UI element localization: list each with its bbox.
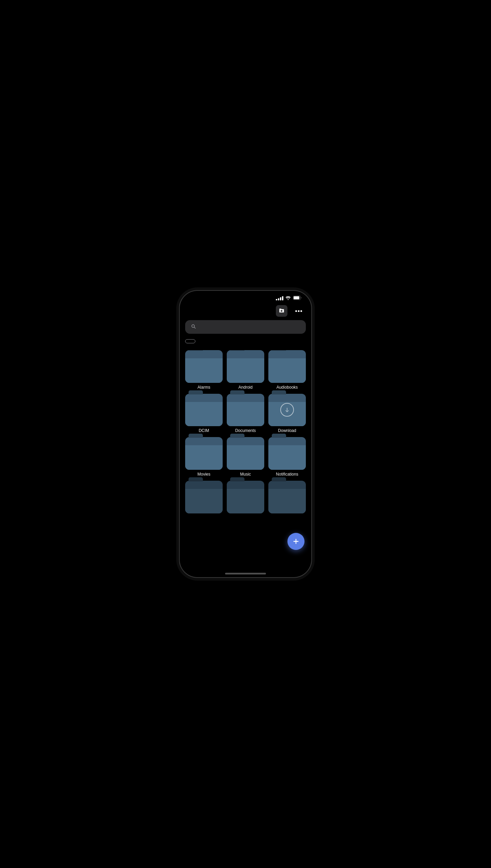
folder-name-label: DCIM: [199, 428, 209, 433]
folder-icon: [185, 394, 223, 426]
search-icon: [191, 324, 196, 330]
status-icons: [276, 296, 302, 301]
svg-point-2: [295, 310, 297, 312]
folder-music[interactable]: Music: [227, 437, 264, 477]
folder-name-label: Download: [278, 428, 296, 433]
folder-icon: [185, 350, 223, 383]
folder-name-label: Android: [238, 385, 252, 390]
folder-alarms[interactable]: Alarms: [185, 350, 223, 390]
volume-silent-button[interactable]: [179, 339, 180, 351]
folder-notifications[interactable]: Notifications: [268, 437, 306, 477]
folder-audiobooks[interactable]: Audiobooks: [268, 350, 306, 390]
folder-icon: [268, 350, 306, 383]
folder-item[interactable]: [268, 481, 306, 515]
folder-icon: [185, 437, 223, 470]
add-fab-button[interactable]: [287, 533, 304, 550]
home-indicator: [225, 573, 266, 574]
folder-download[interactable]: Download: [268, 394, 306, 433]
status-bar: [180, 291, 311, 304]
folder-icon: [268, 394, 306, 426]
svg-rect-1: [294, 296, 299, 299]
folder-movies[interactable]: Movies: [185, 437, 223, 477]
folder-icon: [185, 481, 223, 513]
internal-filter-chip[interactable]: [185, 339, 195, 343]
phone-frame: AlarmsAndroidAudiobooksDCIMDocuments Dow…: [179, 290, 312, 578]
battery-icon: [293, 296, 302, 301]
search-container: [180, 320, 311, 339]
folder-dcim[interactable]: DCIM: [185, 394, 223, 433]
folder-icon: [227, 481, 264, 513]
folder-android[interactable]: Android: [227, 350, 264, 390]
folder-name-label: Music: [240, 472, 251, 477]
tab-bar: RecentsFilesStorage: [180, 577, 311, 578]
folder-icon: [268, 481, 306, 513]
wifi-icon: [285, 296, 291, 301]
signal-icon: [276, 296, 283, 300]
folder-icon: [227, 437, 264, 470]
svg-point-4: [300, 310, 302, 312]
folder-documents[interactable]: Documents: [227, 394, 264, 433]
folders-grid: AlarmsAndroidAudiobooksDCIMDocuments Dow…: [185, 350, 306, 521]
folder-name-label: Documents: [235, 428, 256, 433]
power-button[interactable]: [311, 356, 312, 383]
app-header: [180, 304, 311, 320]
folder-name-label: Notifications: [276, 472, 298, 477]
header-actions: [276, 305, 304, 317]
download-icon: [280, 403, 294, 417]
folder-item[interactable]: [185, 481, 223, 515]
svg-point-3: [298, 310, 300, 312]
folder-name-label: Movies: [197, 472, 210, 477]
folder-icon: [227, 350, 264, 383]
search-bar[interactable]: [185, 320, 306, 334]
starred-folder-button[interactable]: [276, 305, 287, 317]
folder-name-label: Alarms: [197, 385, 210, 390]
more-options-button[interactable]: [293, 305, 304, 317]
filter-row: [180, 339, 311, 350]
folder-item[interactable]: [227, 481, 264, 515]
folder-name-label: Audiobooks: [277, 385, 298, 390]
folder-icon: [268, 437, 306, 470]
folder-icon: [227, 394, 264, 426]
